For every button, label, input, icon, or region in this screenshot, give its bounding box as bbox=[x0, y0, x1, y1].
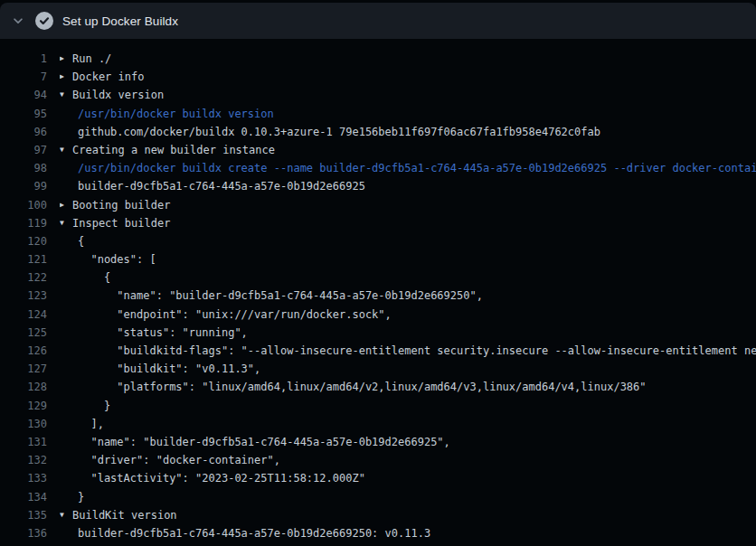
line-number[interactable]: 129 bbox=[0, 397, 47, 415]
line-number[interactable]: 127 bbox=[0, 360, 47, 378]
line-content: "buildkitd-flags": "--allow-insecure-ent… bbox=[60, 342, 756, 360]
line-number[interactable]: 97 bbox=[0, 141, 47, 159]
line-number[interactable]: 133 bbox=[0, 469, 47, 487]
line-text: /usr/bin/docker buildx create --name bui… bbox=[78, 159, 756, 177]
line-number[interactable]: 134 bbox=[0, 488, 47, 506]
line-text: "name": "builder-d9cfb5a1-c764-445a-a57e… bbox=[78, 433, 450, 451]
log-line: 130 ], bbox=[0, 415, 756, 433]
log-line: 136 builder-d9cfb5a1-c764-445a-a57e-0b19… bbox=[0, 524, 756, 542]
line-number[interactable]: 96 bbox=[0, 123, 47, 141]
line-content: ▶ Booting builder bbox=[60, 196, 756, 214]
line-content: "status": "running", bbox=[60, 324, 756, 342]
line-text[interactable]: Inspect builder bbox=[72, 214, 170, 232]
line-number[interactable]: 136 bbox=[0, 524, 47, 542]
line-content: ▼ Buildx version bbox=[60, 86, 756, 104]
line-number[interactable]: 130 bbox=[0, 415, 47, 433]
line-number[interactable]: 122 bbox=[0, 268, 47, 287]
log-line: 129 } bbox=[0, 397, 756, 415]
line-text[interactable]: Buildx version bbox=[72, 86, 164, 104]
line-text[interactable]: BuildKit version bbox=[72, 506, 177, 524]
line-text: builder-d9cfb5a1-c764-445a-a57e-0b19d2e6… bbox=[78, 524, 430, 542]
line-text: ], bbox=[78, 415, 104, 433]
line-text: github.com/docker/buildx 0.10.3+azure-1 … bbox=[78, 123, 600, 141]
line-text: "status": "running", bbox=[78, 324, 248, 342]
line-text: "platforms": "linux/amd64,linux/amd64/v2… bbox=[78, 378, 647, 396]
log-line: 126 "buildkitd-flags": "--allow-insecure… bbox=[0, 342, 756, 360]
line-number[interactable]: 123 bbox=[0, 287, 47, 305]
line-text[interactable]: Booting builder bbox=[72, 196, 170, 214]
line-content: github.com/docker/buildx 0.10.3+azure-1 … bbox=[60, 123, 756, 141]
log-line: 1 ▶ Run ./ bbox=[0, 50, 756, 68]
line-content: "lastActivity": "2023-02-25T11:58:12.000… bbox=[60, 469, 756, 487]
line-text: "endpoint": "unix:///var/run/docker.sock… bbox=[78, 306, 392, 324]
group-toggle-icon[interactable]: ▼ bbox=[60, 141, 72, 159]
line-text: { bbox=[78, 268, 110, 287]
group-toggle-icon[interactable]: ▶ bbox=[60, 50, 72, 68]
line-number[interactable]: 100 bbox=[0, 196, 47, 214]
log-line: 120 { bbox=[0, 232, 756, 250]
line-number[interactable]: 135 bbox=[0, 506, 47, 524]
line-content: "buildkit": "v0.11.3", bbox=[60, 360, 756, 378]
line-number[interactable]: 132 bbox=[0, 451, 47, 469]
line-content: "driver": "docker-container", bbox=[60, 451, 756, 469]
line-content: ▶ Docker info bbox=[60, 68, 756, 86]
line-content: { bbox=[60, 268, 756, 287]
line-content: "platforms": "linux/amd64,linux/amd64/v2… bbox=[60, 378, 756, 396]
line-content: "name": "builder-d9cfb5a1-c764-445a-a57e… bbox=[60, 287, 756, 305]
line-number[interactable]: 1 bbox=[0, 50, 47, 68]
line-content: "name": "builder-d9cfb5a1-c764-445a-a57e… bbox=[60, 433, 756, 451]
line-text: } bbox=[78, 488, 84, 506]
line-number[interactable]: 128 bbox=[0, 378, 47, 396]
line-text: "nodes": [ bbox=[78, 250, 156, 268]
chevron-down-icon[interactable] bbox=[11, 14, 25, 28]
line-number[interactable]: 95 bbox=[0, 105, 47, 123]
log-line: 133 "lastActivity": "2023-02-25T11:58:12… bbox=[0, 469, 756, 487]
line-number[interactable]: 7 bbox=[0, 68, 47, 86]
log-line: 128 "platforms": "linux/amd64,linux/amd6… bbox=[0, 378, 756, 396]
line-number[interactable]: 94 bbox=[0, 86, 47, 104]
line-content: /usr/bin/docker buildx version bbox=[60, 105, 756, 123]
group-toggle-icon[interactable]: ▶ bbox=[60, 68, 72, 86]
line-text[interactable]: Docker info bbox=[72, 68, 144, 86]
line-content: } bbox=[60, 488, 756, 506]
line-text: builder-d9cfb5a1-c764-445a-a57e-0b19d2e6… bbox=[78, 177, 365, 195]
line-number[interactable]: 126 bbox=[0, 342, 47, 360]
line-text: "buildkitd-flags": "--allow-insecure-ent… bbox=[78, 342, 756, 360]
log-line: 100 ▶ Booting builder bbox=[0, 196, 756, 214]
line-content: ▶ Run ./ bbox=[60, 50, 756, 68]
log-line: 94 ▼ Buildx version bbox=[0, 86, 756, 104]
line-text[interactable]: Creating a new builder instance bbox=[72, 141, 275, 159]
line-number[interactable]: 124 bbox=[0, 306, 47, 324]
log-line: 7 ▶ Docker info bbox=[0, 68, 756, 86]
line-number[interactable]: 125 bbox=[0, 324, 47, 342]
line-number[interactable]: 131 bbox=[0, 433, 47, 451]
line-content: ▼ Inspect builder bbox=[60, 214, 756, 232]
log-line: 121 "nodes": [ bbox=[0, 250, 756, 268]
line-content: builder-d9cfb5a1-c764-445a-a57e-0b19d2e6… bbox=[60, 524, 756, 542]
group-toggle-icon[interactable]: ▼ bbox=[60, 214, 72, 232]
group-toggle-icon[interactable]: ▼ bbox=[60, 506, 72, 524]
group-toggle-icon[interactable]: ▶ bbox=[60, 196, 72, 214]
log-line: 127 "buildkit": "v0.11.3", bbox=[0, 360, 756, 378]
log-line: 97 ▼ Creating a new builder instance bbox=[0, 141, 756, 159]
step-header[interactable]: Set up Docker Buildx bbox=[0, 3, 756, 39]
line-text: { bbox=[78, 232, 84, 250]
line-content: ▼ BuildKit version bbox=[60, 506, 756, 524]
line-text: "lastActivity": "2023-02-25T11:58:12.000… bbox=[78, 469, 365, 487]
log-line: 122 { bbox=[0, 268, 756, 287]
line-number[interactable]: 121 bbox=[0, 250, 47, 268]
line-text[interactable]: Run ./ bbox=[72, 50, 111, 68]
log-line: 132 "driver": "docker-container", bbox=[0, 451, 756, 469]
log-viewer: Set up Docker Buildx 1 ▶ Run ./ 7 ▶ Dock… bbox=[0, 0, 756, 546]
line-number[interactable]: 120 bbox=[0, 232, 47, 250]
line-number[interactable]: 99 bbox=[0, 177, 47, 195]
log-line: 125 "status": "running", bbox=[0, 324, 756, 342]
line-text: "driver": "docker-container", bbox=[78, 451, 280, 469]
line-content: ], bbox=[60, 415, 756, 433]
check-circle-icon bbox=[35, 12, 53, 30]
log-body: 1 ▶ Run ./ 7 ▶ Docker info 94 ▼ Buildx v… bbox=[0, 39, 756, 546]
group-toggle-icon[interactable]: ▼ bbox=[60, 86, 72, 104]
line-number[interactable]: 98 bbox=[0, 159, 47, 177]
log-line: 119 ▼ Inspect builder bbox=[0, 214, 756, 232]
line-number[interactable]: 119 bbox=[0, 214, 47, 232]
